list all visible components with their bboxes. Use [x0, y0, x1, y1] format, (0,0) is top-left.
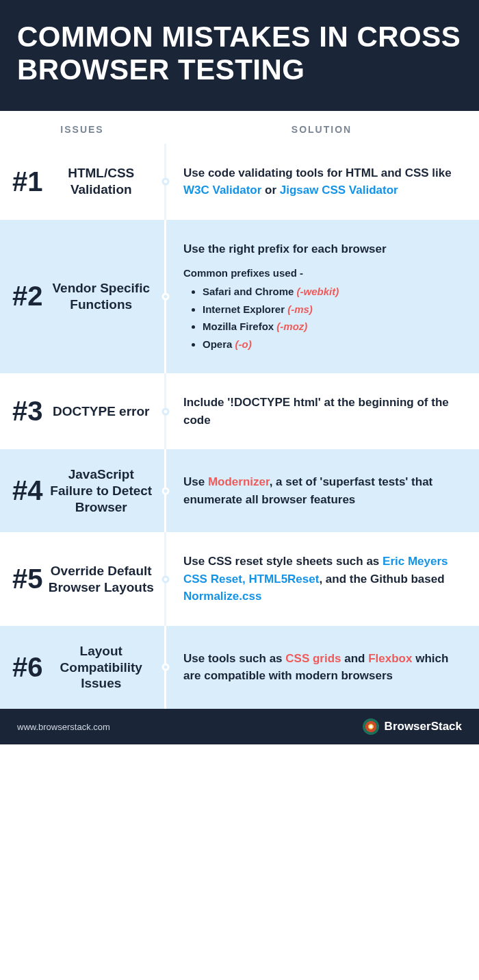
site-url[interactable]: www.browserstack.com — [17, 722, 110, 732]
divider — [164, 220, 166, 374]
link-modernizer[interactable]: Modernizer — [208, 475, 270, 488]
text: Internet Explorer — [203, 303, 287, 315]
divider — [164, 626, 166, 709]
row-2: #2 Vendor Specific Functions Use the rig… — [0, 220, 479, 374]
prefix-o: (-o) — [235, 338, 252, 350]
column-headers: ISSUES SOLUTION — [0, 111, 479, 144]
timeline-dot — [161, 487, 169, 494]
row-number: #2 — [12, 281, 43, 312]
row-1: #1 HTML/CSS Validation Use code validati… — [0, 144, 479, 220]
issue-title: Override Default Browser Layouts — [49, 563, 155, 596]
text: Use tools such as — [183, 652, 285, 665]
text: Safari and Chrome — [203, 286, 297, 297]
text: or — [261, 184, 279, 197]
browserstack-logo-icon — [363, 718, 379, 735]
issue-title: Layout Compatibility Issues — [49, 643, 155, 692]
row-5: #5 Override Default Browser Layouts Use … — [0, 532, 479, 626]
prefixes-subhead: Common prefixes used - — [183, 267, 458, 279]
text: and — [341, 652, 369, 665]
issues-header: ISSUES — [60, 124, 103, 135]
row-6: #6 Layout Compatibility Issues Use tools… — [0, 626, 479, 709]
solution-text: Include '!DOCTYPE html' at the beginning… — [183, 394, 458, 429]
header: COMMON MISTAKES IN CROSS BROWSER TESTING — [0, 0, 479, 111]
text: , and the Github based — [319, 573, 444, 586]
list-item: Mozilla Firefox (-moz) — [203, 318, 458, 336]
timeline-dot — [161, 178, 169, 186]
link-css-grids[interactable]: CSS grids — [285, 652, 341, 665]
solution-text: Use the right prefix for each browser — [183, 240, 458, 258]
page-title: COMMON MISTAKES IN CROSS BROWSER TESTING — [17, 21, 462, 87]
row-number: #5 — [12, 564, 43, 594]
row-number: #1 — [12, 166, 43, 197]
issue-title: JavaScript Failure to Detect Browser — [49, 466, 155, 515]
solution-text: Use code validating tools for HTML and C… — [183, 164, 458, 199]
row-number: #3 — [12, 396, 43, 427]
divider — [164, 532, 166, 626]
row-3: #3 DOCTYPE error Include '!DOCTYPE html'… — [0, 373, 479, 449]
divider — [164, 449, 166, 532]
issue-title: HTML/CSS Validation — [49, 165, 155, 198]
text: Use CSS reset style sheets such as — [183, 555, 383, 568]
solution-text: Use tools such as CSS grids and Flexbox … — [183, 650, 458, 685]
solution-text: Use CSS reset style sheets such as Eric … — [183, 553, 458, 605]
issue-title: DOCTYPE error — [49, 403, 155, 420]
text: Use — [183, 475, 208, 488]
row-number: #6 — [12, 652, 43, 683]
issue-title: Vendor Specific Functions — [49, 280, 155, 313]
list-item: Safari and Chrome (-webkit) — [203, 283, 458, 301]
text: Use code validating tools for HTML and C… — [183, 166, 452, 179]
timeline-dot — [161, 407, 169, 415]
text: Mozilla Firefox — [203, 321, 276, 332]
brand[interactable]: BrowserStack — [363, 718, 462, 735]
brand-name: BrowserStack — [385, 720, 462, 733]
text: Opera — [203, 338, 235, 350]
timeline-dot — [161, 664, 169, 671]
divider — [164, 373, 166, 449]
footer: www.browserstack.com BrowserStack — [0, 709, 479, 744]
prefix-ms: (-ms) — [287, 303, 313, 315]
prefix-webkit: (-webkit) — [297, 286, 339, 297]
divider — [164, 144, 166, 220]
link-normalize[interactable]: Normalize.css — [183, 590, 261, 603]
link-flexbox[interactable]: Flexbox — [368, 652, 412, 665]
link-jigsaw-validator[interactable]: Jigsaw CSS Validator — [280, 184, 398, 197]
list-item: Internet Explorer (-ms) — [203, 301, 458, 318]
solution-header: SOLUTION — [292, 124, 352, 135]
row-4: #4 JavaScript Failure to Detect Browser … — [0, 449, 479, 532]
link-w3c-validator[interactable]: W3C Validator — [183, 184, 261, 197]
list-item: Opera (-o) — [203, 336, 458, 353]
prefix-moz: (-moz) — [276, 321, 307, 332]
timeline-dot — [161, 292, 169, 300]
timeline-dot — [161, 575, 169, 583]
prefix-list: Safari and Chrome (-webkit) Internet Exp… — [183, 283, 458, 353]
row-number: #4 — [12, 475, 43, 506]
solution-text: Use Modernizer, a set of 'superfast test… — [183, 473, 458, 508]
